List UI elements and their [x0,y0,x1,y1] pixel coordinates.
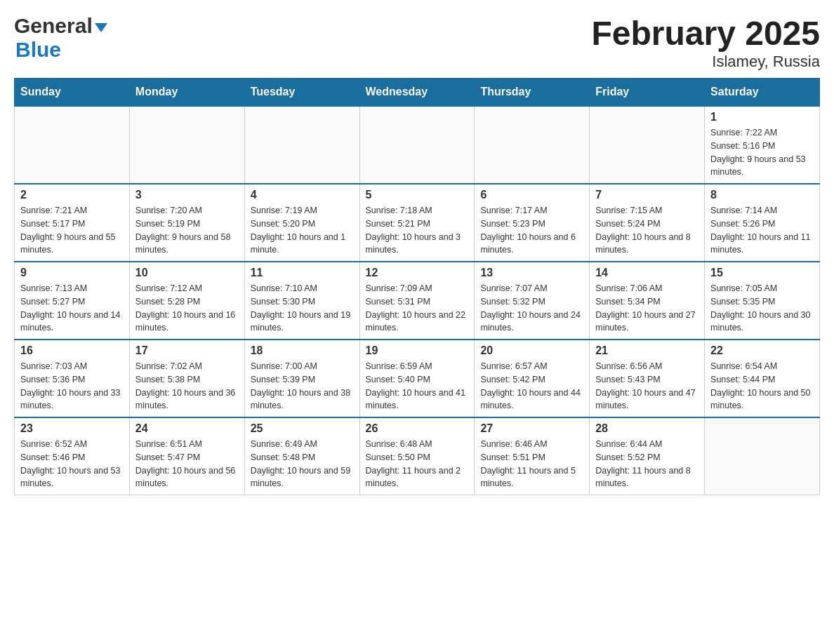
day-number: 27 [480,422,583,435]
day-info: Sunrise: 6:44 AM Sunset: 5:52 PM Dayligh… [595,438,699,490]
day-number: 22 [710,344,814,357]
day-number: 14 [595,267,699,279]
day-number: 26 [366,422,469,435]
calendar-cell [359,106,475,184]
calendar-cell: 1Sunrise: 7:22 AM Sunset: 5:16 PM Daylig… [705,106,820,184]
calendar-cell: 21Sunrise: 6:56 AM Sunset: 5:43 PM Dayli… [590,340,705,417]
calendar-day-header: Tuesday [244,79,359,107]
day-number: 24 [135,422,239,435]
day-number: 25 [251,422,354,435]
day-number: 16 [20,344,124,357]
calendar-week-row: 2Sunrise: 7:21 AM Sunset: 5:17 PM Daylig… [15,184,820,262]
calendar-cell: 10Sunrise: 7:12 AM Sunset: 5:28 PM Dayli… [129,262,244,340]
day-number: 3 [135,189,239,201]
day-info: Sunrise: 7:19 AM Sunset: 5:20 PM Dayligh… [251,204,354,257]
title-block: February 2025 Islamey, Russia [591,14,820,71]
day-number: 8 [710,189,814,201]
calendar-cell [244,106,359,184]
calendar-cell: 22Sunrise: 6:54 AM Sunset: 5:44 PM Dayli… [705,340,820,417]
day-number: 19 [366,344,469,357]
page-title: February 2025 [591,14,820,53]
calendar-day-header: Sunday [15,79,130,107]
day-info: Sunrise: 7:13 AM Sunset: 5:27 PM Dayligh… [20,282,124,335]
day-info: Sunrise: 6:49 AM Sunset: 5:48 PM Dayligh… [251,438,354,490]
day-info: Sunrise: 7:10 AM Sunset: 5:30 PM Dayligh… [251,282,354,335]
day-info: Sunrise: 6:46 AM Sunset: 5:51 PM Dayligh… [480,438,583,490]
calendar-cell: 7Sunrise: 7:15 AM Sunset: 5:24 PM Daylig… [590,184,705,262]
logo-triangle-icon [95,23,107,32]
day-info: Sunrise: 6:48 AM Sunset: 5:50 PM Dayligh… [366,438,469,490]
calendar-cell [15,106,130,184]
calendar-cell: 26Sunrise: 6:48 AM Sunset: 5:50 PM Dayli… [359,417,475,495]
day-number: 17 [135,344,239,357]
day-number: 1 [710,111,814,123]
day-info: Sunrise: 7:06 AM Sunset: 5:34 PM Dayligh… [595,282,699,335]
logo-blue-text: Blue [15,38,107,62]
page-header: General Blue February 2025 Islamey, Russ… [14,14,820,71]
day-number: 9 [20,267,124,279]
calendar-cell: 2Sunrise: 7:21 AM Sunset: 5:17 PM Daylig… [15,184,130,262]
day-info: Sunrise: 7:03 AM Sunset: 5:36 PM Dayligh… [20,360,124,412]
logo: General Blue [14,14,107,62]
day-info: Sunrise: 7:17 AM Sunset: 5:23 PM Dayligh… [480,204,583,257]
calendar-week-row: 23Sunrise: 6:52 AM Sunset: 5:46 PM Dayli… [15,417,820,495]
day-info: Sunrise: 6:54 AM Sunset: 5:44 PM Dayligh… [710,360,814,412]
day-number: 18 [251,344,354,357]
day-info: Sunrise: 7:20 AM Sunset: 5:19 PM Dayligh… [135,204,239,257]
day-number: 5 [366,189,469,201]
calendar-cell [705,417,820,495]
calendar-cell: 27Sunrise: 6:46 AM Sunset: 5:51 PM Dayli… [475,417,590,495]
calendar-cell: 24Sunrise: 6:51 AM Sunset: 5:47 PM Dayli… [129,417,244,495]
calendar-week-row: 16Sunrise: 7:03 AM Sunset: 5:36 PM Dayli… [15,340,820,417]
day-info: Sunrise: 7:14 AM Sunset: 5:26 PM Dayligh… [710,204,814,257]
day-number: 20 [480,344,583,357]
calendar-cell: 20Sunrise: 6:57 AM Sunset: 5:42 PM Dayli… [475,340,590,417]
day-info: Sunrise: 7:02 AM Sunset: 5:38 PM Dayligh… [135,360,239,412]
day-number: 7 [595,189,699,201]
calendar-day-header: Wednesday [359,79,475,107]
calendar-cell: 11Sunrise: 7:10 AM Sunset: 5:30 PM Dayli… [244,262,359,340]
day-info: Sunrise: 7:12 AM Sunset: 5:28 PM Dayligh… [135,282,239,335]
day-number: 12 [366,267,469,279]
day-number: 10 [135,267,239,279]
day-number: 15 [710,267,814,279]
calendar-cell: 19Sunrise: 6:59 AM Sunset: 5:40 PM Dayli… [359,340,475,417]
calendar-cell [129,106,244,184]
calendar-cell: 16Sunrise: 7:03 AM Sunset: 5:36 PM Dayli… [15,340,130,417]
calendar-day-header: Thursday [475,79,590,107]
calendar-day-header: Friday [590,79,705,107]
calendar-cell: 23Sunrise: 6:52 AM Sunset: 5:46 PM Dayli… [15,417,130,495]
day-number: 11 [251,267,354,279]
calendar-cell: 13Sunrise: 7:07 AM Sunset: 5:32 PM Dayli… [475,262,590,340]
day-info: Sunrise: 7:07 AM Sunset: 5:32 PM Dayligh… [480,282,583,335]
calendar-cell: 4Sunrise: 7:19 AM Sunset: 5:20 PM Daylig… [244,184,359,262]
day-info: Sunrise: 7:18 AM Sunset: 5:21 PM Dayligh… [366,204,469,257]
calendar-cell: 5Sunrise: 7:18 AM Sunset: 5:21 PM Daylig… [359,184,475,262]
calendar-cell: 17Sunrise: 7:02 AM Sunset: 5:38 PM Dayli… [129,340,244,417]
day-info: Sunrise: 6:57 AM Sunset: 5:42 PM Dayligh… [480,360,583,412]
calendar-cell: 25Sunrise: 6:49 AM Sunset: 5:48 PM Dayli… [244,417,359,495]
day-number: 23 [20,422,124,435]
calendar-cell: 28Sunrise: 6:44 AM Sunset: 5:52 PM Dayli… [590,417,705,495]
calendar-week-row: 9Sunrise: 7:13 AM Sunset: 5:27 PM Daylig… [15,262,820,340]
page-subtitle: Islamey, Russia [591,53,820,71]
day-number: 28 [595,422,699,435]
calendar-cell [475,106,590,184]
calendar-header-row: SundayMondayTuesdayWednesdayThursdayFrid… [15,79,820,107]
day-number: 4 [251,189,354,201]
calendar-cell: 15Sunrise: 7:05 AM Sunset: 5:35 PM Dayli… [705,262,820,340]
day-info: Sunrise: 7:22 AM Sunset: 5:16 PM Dayligh… [710,126,814,179]
calendar-table: SundayMondayTuesdayWednesdayThursdayFrid… [14,78,820,495]
calendar-cell: 9Sunrise: 7:13 AM Sunset: 5:27 PM Daylig… [15,262,130,340]
calendar-cell [590,106,705,184]
calendar-cell: 18Sunrise: 7:00 AM Sunset: 5:39 PM Dayli… [244,340,359,417]
day-info: Sunrise: 6:59 AM Sunset: 5:40 PM Dayligh… [366,360,469,412]
day-info: Sunrise: 6:51 AM Sunset: 5:47 PM Dayligh… [135,438,239,490]
calendar-cell: 12Sunrise: 7:09 AM Sunset: 5:31 PM Dayli… [359,262,475,340]
day-number: 21 [595,344,699,357]
calendar-day-header: Monday [129,79,244,107]
day-info: Sunrise: 7:15 AM Sunset: 5:24 PM Dayligh… [595,204,699,257]
calendar-day-header: Saturday [705,79,820,107]
day-info: Sunrise: 7:05 AM Sunset: 5:35 PM Dayligh… [710,282,814,335]
calendar-cell: 8Sunrise: 7:14 AM Sunset: 5:26 PM Daylig… [705,184,820,262]
